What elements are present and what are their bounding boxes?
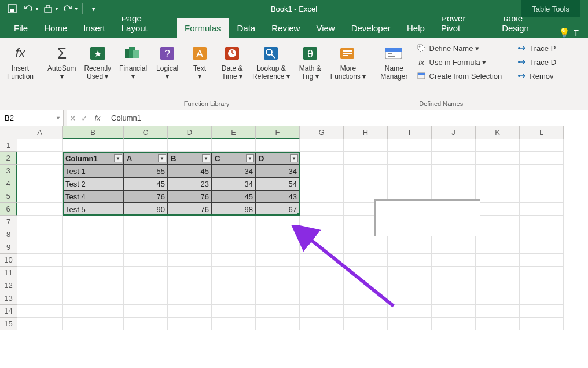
cell-B3[interactable]: Test 1 [63,165,124,177]
cell-L10[interactable] [520,254,564,267]
cell-K8[interactable] [476,228,520,241]
cell-E9[interactable] [212,241,256,254]
cell-B5[interactable]: Test 4 [63,190,124,203]
undo-icon[interactable] [21,2,36,16]
filter-dropdown-icon[interactable]: ▼ [202,154,210,162]
select-all-corner[interactable] [0,126,17,139]
column-header-L[interactable]: L [520,126,564,139]
insert-function-button[interactable]: fx Insert Function [3,41,37,83]
cell-G11[interactable] [300,267,344,279]
column-header-H[interactable]: H [344,126,388,139]
cell-I13[interactable] [388,292,432,305]
cell-A14[interactable] [17,305,63,318]
column-header-B[interactable]: B [63,126,124,139]
cell-E14[interactable] [212,305,256,318]
tab-developer[interactable]: Developer [343,18,399,38]
column-header-A[interactable]: A [17,126,63,139]
row-header-12[interactable]: 12 [0,279,17,292]
redo-icon[interactable] [60,2,75,16]
filter-dropdown-icon[interactable]: ▼ [158,154,166,162]
column-header-F[interactable]: F [256,126,300,139]
redo-dropdown-icon[interactable]: ▼ [74,6,79,12]
cell-C6[interactable]: 90 [124,203,168,216]
cell-F10[interactable] [256,254,300,267]
cell-L12[interactable] [520,279,564,292]
cell-G9[interactable] [300,241,344,254]
cell-B7[interactable] [63,216,124,228]
cell-F5[interactable]: 43 [256,190,300,203]
tab-review[interactable]: Review [263,18,308,38]
cell-A1[interactable] [17,139,63,152]
cell-H13[interactable] [344,292,388,305]
row-header-11[interactable]: 11 [0,267,17,279]
cell-J10[interactable] [432,254,476,267]
row-header-9[interactable]: 9 [0,241,17,254]
cell-B2[interactable]: Column1▼ [63,152,124,165]
cell-J3[interactable] [432,165,476,177]
cell-C5[interactable]: 76 [124,190,168,203]
cell-J12[interactable] [432,279,476,292]
row-header-2[interactable]: 2 [0,152,17,165]
cell-B1[interactable] [63,139,124,152]
cell-A13[interactable] [17,292,63,305]
filter-dropdown-icon[interactable]: ▼ [114,154,122,162]
define-name--button[interactable]: Define Name ▾ [413,42,506,54]
cell-D14[interactable] [168,305,212,318]
cell-D13[interactable] [168,292,212,305]
cell-K15[interactable] [476,318,520,330]
undo-dropdown-icon[interactable]: ▼ [35,6,39,12]
cell-E13[interactable] [212,292,256,305]
cell-L2[interactable] [520,152,564,165]
cell-E8[interactable] [212,228,256,241]
cell-H3[interactable] [344,165,388,177]
cell-B15[interactable] [63,318,124,330]
cell-G14[interactable] [300,305,344,318]
create-from-selection-button[interactable]: Create from Selection [413,70,506,82]
cell-G2[interactable] [300,152,344,165]
cell-K10[interactable] [476,254,520,267]
cell-E5[interactable]: 45 [212,190,256,203]
tab-insert[interactable]: Insert [75,18,113,38]
column-header-D[interactable]: D [168,126,212,139]
math--button[interactable]: θMath & Trig ▾ [295,41,326,83]
cell-C4[interactable]: 45 [124,177,168,190]
tab-home[interactable]: Home [36,18,75,38]
cell-H12[interactable] [344,279,388,292]
cell-A6[interactable] [17,203,63,216]
autosum-button[interactable]: ΣAutoSum ▾ [44,41,79,83]
financial-button[interactable]: Financial ▾ [116,41,150,83]
cell-F3[interactable]: 34 [256,165,300,177]
cell-D7[interactable] [168,216,212,228]
cell-K2[interactable] [476,152,520,165]
date--button[interactable]: Date & Time ▾ [216,41,248,83]
cell-A12[interactable] [17,279,63,292]
cell-A2[interactable] [17,152,63,165]
cell-D4[interactable]: 23 [168,177,212,190]
cell-G6[interactable] [300,203,344,216]
row-header-7[interactable]: 7 [0,216,17,228]
filter-dropdown-icon[interactable]: ▼ [290,154,298,162]
chevron-down-icon[interactable]: ▼ [56,115,61,121]
column-header-C[interactable]: C [124,126,168,139]
cell-F1[interactable] [256,139,300,152]
cell-E2[interactable]: C▼ [212,152,256,165]
tab-file[interactable]: File [6,18,36,38]
cell-I4[interactable] [388,177,432,190]
cell-D9[interactable] [168,241,212,254]
cell-K1[interactable] [476,139,520,152]
cell-H15[interactable] [344,318,388,330]
cell-G4[interactable] [300,177,344,190]
cell-L9[interactable] [520,241,564,254]
filter-dropdown-icon[interactable]: ▼ [246,154,254,162]
trace-p-button[interactable]: Trace P [513,42,560,54]
row-header-14[interactable]: 14 [0,305,17,318]
cell-B10[interactable] [63,254,124,267]
cell-F7[interactable] [256,216,300,228]
cell-F11[interactable] [256,267,300,279]
cell-B6[interactable]: Test 5 [63,203,124,216]
lookup--button[interactable]: Lookup & Reference ▾ [249,41,293,83]
name-box[interactable]: B2 ▼ [0,110,64,126]
cell-B13[interactable] [63,292,124,305]
cell-C11[interactable] [124,267,168,279]
lightbulb-icon[interactable]: 💡 [558,27,570,38]
